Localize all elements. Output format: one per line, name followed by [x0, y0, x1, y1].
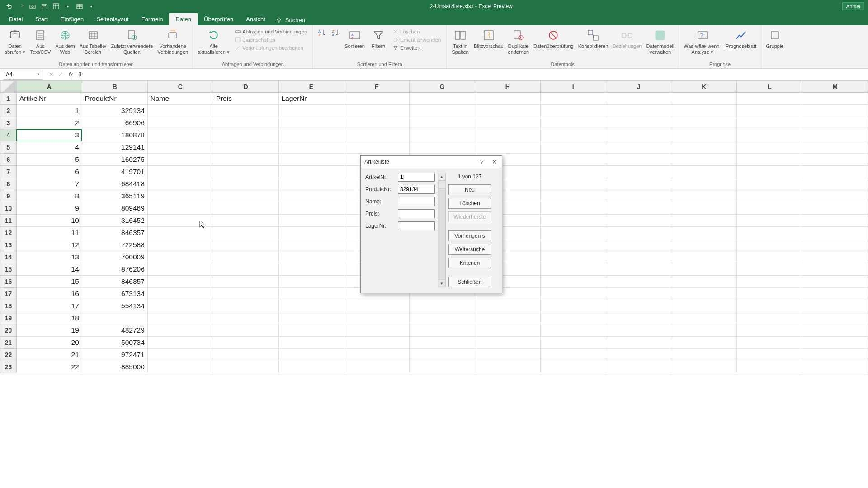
signin-button[interactable]: Anmel: [842, 2, 864, 10]
cell-D12[interactable]: [213, 227, 278, 239]
cell-I9[interactable]: [540, 190, 606, 202]
cell-A9[interactable]: 8: [16, 190, 82, 202]
cell-D21[interactable]: [213, 337, 278, 349]
cell-E14[interactable]: [278, 251, 344, 263]
cell-M5[interactable]: [802, 141, 868, 154]
row-header-6[interactable]: 6: [0, 154, 17, 166]
cell-B4[interactable]: 180878: [82, 129, 147, 141]
cell-E4[interactable]: [278, 129, 344, 141]
cell-K15[interactable]: [671, 263, 737, 276]
table-icon[interactable]: [76, 3, 83, 10]
cell-F2[interactable]: [344, 105, 410, 117]
cell-K16[interactable]: [671, 276, 737, 288]
cell-J10[interactable]: [606, 202, 671, 215]
cell-I7[interactable]: [540, 166, 606, 178]
cell-F1[interactable]: [344, 93, 410, 105]
cell-B11[interactable]: 316452: [82, 215, 147, 227]
row-header-19[interactable]: 19: [0, 312, 17, 324]
cell-A5[interactable]: 4: [16, 141, 82, 154]
cell-M8[interactable]: [802, 178, 868, 190]
cell-C6[interactable]: [147, 154, 213, 166]
cell-M22[interactable]: [802, 349, 868, 361]
sort-button[interactable]: AZSortieren: [343, 27, 367, 61]
cell-E6[interactable]: [278, 154, 344, 166]
cell-I3[interactable]: [540, 117, 606, 129]
col-header-K[interactable]: K: [671, 81, 737, 93]
cell-L21[interactable]: [737, 337, 802, 349]
cell-C18[interactable]: [147, 300, 213, 312]
cell-D11[interactable]: [213, 215, 278, 227]
delete-button[interactable]: Löschen: [448, 198, 491, 209]
cell-F20[interactable]: [344, 324, 410, 337]
tab-daten[interactable]: Daten: [169, 13, 198, 25]
tab-formeln[interactable]: Formeln: [135, 13, 170, 25]
tab-datei[interactable]: Datei: [3, 13, 29, 25]
cell-C17[interactable]: [147, 288, 213, 300]
cell-A6[interactable]: 5: [16, 154, 82, 166]
cell-J2[interactable]: [606, 105, 671, 117]
cell-F21[interactable]: [344, 337, 410, 349]
cell-D4[interactable]: [213, 129, 278, 141]
cell-I12[interactable]: [540, 227, 606, 239]
row-header-13[interactable]: 13: [0, 239, 17, 251]
advanced-filter-item[interactable]: Erweitert: [390, 44, 443, 52]
cell-E16[interactable]: [278, 276, 344, 288]
row-header-15[interactable]: 15: [0, 263, 17, 276]
chevron-down-icon[interactable]: ▼: [37, 72, 40, 76]
cell-F19[interactable]: [344, 312, 410, 324]
cell-I8[interactable]: [540, 178, 606, 190]
cell-F23[interactable]: [344, 361, 410, 373]
data-validation-button[interactable]: Datenüberprüfung: [532, 27, 576, 61]
cell-K11[interactable]: [671, 215, 737, 227]
row-header-8[interactable]: 8: [0, 178, 17, 190]
cell-E22[interactable]: [278, 349, 344, 361]
cell-C14[interactable]: [147, 251, 213, 263]
cell-L9[interactable]: [737, 190, 802, 202]
dialog-scrollbar[interactable]: ▲ ▼: [438, 173, 446, 287]
row-header-9[interactable]: 9: [0, 190, 17, 202]
row-header-21[interactable]: 21: [0, 337, 17, 349]
cell-D1[interactable]: Preis: [213, 93, 278, 105]
cell-G4[interactable]: [410, 129, 475, 141]
fx-icon[interactable]: fx: [69, 71, 75, 78]
cell-E7[interactable]: [278, 166, 344, 178]
cell-B20[interactable]: 482729: [82, 324, 147, 337]
row-header-11[interactable]: 11: [0, 215, 17, 227]
cell-J17[interactable]: [606, 288, 671, 300]
cell-J3[interactable]: [606, 117, 671, 129]
group-button[interactable]: Gruppie: [764, 27, 786, 68]
cell-B6[interactable]: 160275: [82, 154, 147, 166]
cell-A17[interactable]: 16: [16, 288, 82, 300]
queries-connections-item[interactable]: Abfragen und Verbindungen: [232, 28, 310, 35]
cell-K18[interactable]: [671, 300, 737, 312]
cell-K22[interactable]: [671, 349, 737, 361]
cell-K9[interactable]: [671, 190, 737, 202]
cell-L6[interactable]: [737, 154, 802, 166]
cell-I11[interactable]: [540, 215, 606, 227]
cell-D2[interactable]: [213, 105, 278, 117]
row-header-1[interactable]: 1: [0, 93, 17, 105]
forecast-sheet-button[interactable]: Prognoseblatt: [724, 27, 758, 61]
cell-J8[interactable]: [606, 178, 671, 190]
formula-input[interactable]: 3: [75, 71, 868, 78]
dlg-input-produktnr[interactable]: [398, 185, 435, 194]
cell-E11[interactable]: [278, 215, 344, 227]
cell-L19[interactable]: [737, 312, 802, 324]
col-header-C[interactable]: C: [147, 81, 213, 93]
cell-E8[interactable]: [278, 178, 344, 190]
cell-K14[interactable]: [671, 251, 737, 263]
cell-L2[interactable]: [737, 105, 802, 117]
cell-E17[interactable]: [278, 288, 344, 300]
find-prev-button[interactable]: Vorherigen s: [448, 230, 491, 241]
name-box[interactable]: A4▼: [3, 70, 43, 80]
cell-B23[interactable]: 885000: [82, 361, 147, 373]
row-header-10[interactable]: 10: [0, 202, 17, 215]
cell-A1[interactable]: ArtikelNr: [16, 93, 82, 105]
dlg-input-lagernr[interactable]: [398, 221, 435, 230]
cell-L3[interactable]: [737, 117, 802, 129]
cell-B13[interactable]: 722588: [82, 239, 147, 251]
cell-G23[interactable]: [410, 361, 475, 373]
scroll-thumb[interactable]: [438, 181, 445, 189]
cell-C20[interactable]: [147, 324, 213, 337]
cell-K20[interactable]: [671, 324, 737, 337]
